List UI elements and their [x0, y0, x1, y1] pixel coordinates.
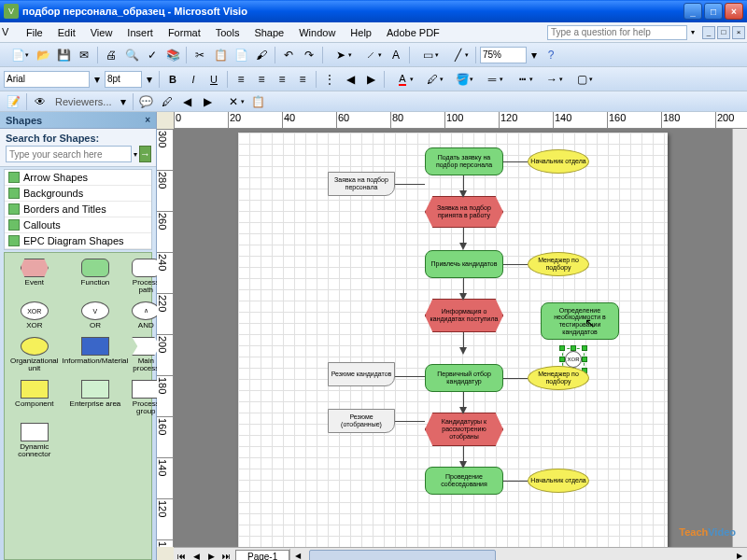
help-dropdown-icon[interactable]: ▾ — [691, 28, 695, 36]
menu-insert[interactable]: Insert — [120, 25, 161, 40]
menu-shape[interactable]: Shape — [247, 25, 291, 40]
font-color-button[interactable]: A — [388, 70, 416, 89]
hscroll-right-button[interactable]: ▶ — [732, 550, 747, 561]
line-ends-button[interactable]: → — [538, 70, 566, 89]
menu-help[interactable]: Help — [343, 25, 379, 40]
font-size-dropdown[interactable]: ▾ — [144, 70, 155, 89]
line-color-button[interactable]: 🖊 — [418, 70, 446, 89]
insert-comment-button[interactable]: 💬 — [137, 92, 156, 111]
diagram-shape-9[interactable]: Первичный отбор кандидатур — [425, 364, 503, 392]
stencil-shape-function[interactable]: Function — [63, 259, 129, 294]
hscroll-thumb[interactable] — [309, 550, 496, 561]
reviewers-label[interactable]: Reviewers... — [51, 96, 116, 107]
show-markup-button[interactable]: 👁 — [31, 92, 49, 111]
hscroll-left-button[interactable]: ◀ — [290, 550, 305, 561]
diagram-shape-12[interactable]: Кандидатуры к рассмотрению отобраны — [425, 413, 503, 446]
fill-color-button[interactable]: 🪣 — [448, 70, 476, 89]
diagram-shape-3[interactable]: Заявка на подбор принята в работу — [425, 196, 503, 228]
mdi-close[interactable]: × — [732, 26, 745, 39]
decrease-indent-button[interactable]: ◀ — [341, 70, 359, 89]
menu-format[interactable]: Format — [161, 25, 208, 40]
first-page-button[interactable]: ⏮ — [174, 549, 189, 561]
open-button[interactable]: 📂 — [34, 46, 52, 64]
horizontal-scrollbar[interactable]: ◀ ▶ — [289, 549, 747, 561]
research-button[interactable]: 📚 — [163, 46, 182, 64]
menu-view[interactable]: View — [83, 25, 120, 40]
connector-tool-button[interactable]: ⟋ — [357, 46, 385, 64]
stencil-category-0[interactable]: Arrow Shapes — [5, 170, 151, 186]
email-button[interactable]: ✉ — [75, 46, 93, 64]
stencil-category-2[interactable]: Borders and Titles — [5, 202, 151, 217]
prev-comment-button[interactable]: ◀ — [178, 92, 197, 111]
new-button[interactable]: 📄 — [4, 46, 32, 64]
stencil-shape-dynamic-connector[interactable]: Dynamic connector — [10, 423, 59, 458]
next-page-button[interactable]: ▶ — [204, 549, 218, 561]
drawing-page[interactable]: XOR Подать заявку на подбор персоналаНач… — [238, 133, 668, 547]
font-name-combo[interactable] — [4, 71, 90, 88]
diagram-shape-13[interactable]: Проведение собеседования — [425, 467, 503, 495]
format-painter-button[interactable]: 🖌 — [252, 46, 271, 64]
page-tab[interactable]: Page-1 — [235, 550, 289, 561]
mdi-restore[interactable]: □ — [717, 26, 730, 39]
menu-window[interactable]: Window — [291, 25, 343, 40]
align-right-button[interactable]: ≡ — [273, 70, 291, 89]
shapes-search-input[interactable] — [6, 146, 132, 162]
search-dropdown-icon[interactable]: ▾ — [134, 150, 137, 159]
mdi-minimize[interactable]: _ — [702, 26, 715, 39]
save-button[interactable]: 💾 — [54, 46, 73, 64]
stencil-shape-process-group[interactable]: Process group — [132, 380, 160, 415]
stencil-shape-event[interactable]: Event — [10, 259, 59, 294]
drawing-canvas[interactable]: XOR Подать заявку на подбор персоналаНач… — [174, 129, 732, 547]
stencil-shape-component[interactable]: Component — [10, 380, 59, 415]
shadow-button[interactable]: ▢ — [568, 70, 596, 89]
rectangle-tool-button[interactable]: ▭ — [414, 46, 442, 64]
font-size-combo[interactable] — [105, 71, 142, 88]
menu-edit[interactable]: Edit — [50, 25, 83, 40]
shapes-panel-close[interactable]: × — [145, 115, 150, 125]
markup-button[interactable]: 📝 — [4, 92, 22, 111]
print-preview-button[interactable]: 🔍 — [122, 46, 141, 64]
stencil-shape-or[interactable]: VOR — [63, 301, 129, 329]
stencil-category-3[interactable]: Callouts — [5, 217, 151, 233]
print-button[interactable]: 🖨 — [102, 46, 120, 64]
vertical-scrollbar[interactable] — [732, 129, 747, 547]
line-weight-button[interactable]: ═ — [478, 70, 506, 89]
diagram-shape-2[interactable]: Заявка на подбор персонала — [328, 172, 395, 196]
align-center-button[interactable]: ≡ — [252, 70, 271, 89]
italic-button[interactable]: I — [184, 70, 203, 89]
stencil-shape-process-path[interactable]: Process path — [132, 259, 160, 294]
help-search-input[interactable] — [547, 25, 687, 40]
last-page-button[interactable]: ⏭ — [218, 549, 233, 561]
minimize-button[interactable]: _ — [684, 3, 702, 20]
diagram-shape-10[interactable]: Менеджер по подбору — [528, 366, 589, 390]
ink-button[interactable]: 🖊 — [158, 92, 176, 111]
diagram-shape-4[interactable]: Привлечь кандидатов — [425, 250, 503, 278]
align-justify-button[interactable]: ≡ — [293, 70, 312, 89]
bullets-button[interactable]: ⋮ — [320, 70, 339, 89]
line-pattern-button[interactable]: ┅ — [508, 70, 536, 89]
stencil-category-4[interactable]: EPC Diagram Shapes — [5, 233, 151, 249]
cut-button[interactable]: ✂ — [190, 46, 209, 64]
search-go-button[interactable]: → — [139, 146, 151, 162]
stencil-shape-organizational-unit[interactable]: Organizational unit — [10, 337, 59, 372]
stencil-shape-xor[interactable]: XORXOR — [10, 301, 59, 329]
zoom-dropdown[interactable]: ▾ — [529, 46, 540, 64]
stencil-shape-information-material[interactable]: Information/Material — [63, 337, 129, 372]
increase-indent-button[interactable]: ▶ — [361, 70, 380, 89]
font-name-dropdown[interactable]: ▾ — [92, 70, 103, 89]
stencil-shape-and[interactable]: ∧AND — [132, 301, 160, 329]
next-comment-button[interactable]: ▶ — [199, 92, 218, 111]
pointer-tool-button[interactable]: ➤ — [327, 46, 355, 64]
help-button[interactable]: ? — [542, 46, 560, 64]
menu-tools[interactable]: Tools — [208, 25, 247, 40]
diagram-shape-7[interactable]: Определение необходимости в тестировании… — [541, 302, 619, 340]
diagram-shape-0[interactable]: Подать заявку на подбор персонала — [425, 147, 503, 175]
delete-comment-button[interactable]: ✕ — [219, 92, 247, 111]
paste-button[interactable]: 📄 — [232, 46, 250, 64]
menu-adobe-pdf[interactable]: Adobe PDF — [379, 25, 447, 40]
diagram-shape-5[interactable]: Менеджер по подбору — [528, 252, 589, 276]
diagram-shape-11[interactable]: Резюме (отобранные) — [328, 409, 395, 433]
text-tool-button[interactable]: A — [387, 46, 405, 64]
zoom-combo[interactable] — [480, 47, 527, 63]
spelling-button[interactable]: ✓ — [143, 46, 162, 64]
